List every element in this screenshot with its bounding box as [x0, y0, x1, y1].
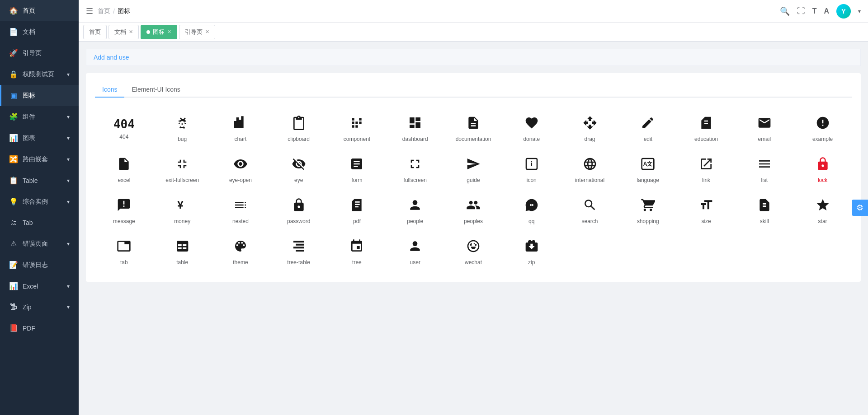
sidebar-item-excel[interactable]: 📊 Excel ▾: [0, 275, 79, 297]
icon-item-nested[interactable]: nested: [212, 191, 270, 232]
icon-label-international: international: [575, 177, 604, 183]
icon-item-star[interactable]: star: [793, 191, 852, 232]
sidebar-item-tab[interactable]: 🗂 Tab: [0, 212, 79, 233]
sidebar-label-table: Table: [23, 177, 38, 184]
sidebar-item-icons[interactable]: ▣ 图标: [0, 85, 79, 106]
tab-guide-close[interactable]: ✕: [205, 29, 209, 35]
tab-icons-close[interactable]: ✕: [167, 29, 171, 35]
sidebar-item-components[interactable]: 🧩 组件 ▾: [0, 106, 79, 127]
sidebar-label-home: 首页: [23, 7, 35, 15]
icon-item-icon[interactable]: i icon: [502, 149, 561, 191]
icon-item-people[interactable]: people: [386, 191, 444, 232]
icon-item-message[interactable]: message: [95, 191, 153, 232]
sidebar-item-permission[interactable]: 🔒 权限测试页 ▾: [0, 64, 79, 85]
icon-item-edit[interactable]: edit: [619, 108, 677, 149]
search-header-icon[interactable]: 🔍: [780, 6, 790, 16]
icon-item-exit-fullscreen[interactable]: exit-fullscreen: [153, 149, 212, 191]
sidebar-item-pdf[interactable]: 📕 PDF: [0, 317, 79, 339]
icon-item-tab[interactable]: tab: [95, 232, 153, 273]
icon-item-wechat[interactable]: wechat: [444, 232, 503, 273]
icon-item-peoples[interactable]: peoples: [444, 191, 503, 232]
icon-label-peoples: peoples: [464, 218, 483, 224]
add-use-banner[interactable]: Add and use: [86, 49, 861, 66]
icon-item-password[interactable]: password: [269, 191, 328, 232]
chevron-down-icon: ▾: [67, 71, 70, 78]
icon-item-user[interactable]: user: [386, 232, 444, 273]
icon-item-drag[interactable]: drag: [561, 108, 619, 149]
hamburger-button[interactable]: ☰: [86, 6, 93, 16]
tab-docs-close[interactable]: ✕: [129, 29, 133, 35]
icon-item-list[interactable]: list: [735, 149, 793, 191]
sidebar-label-errorpage: 错误页面: [23, 240, 48, 248]
icon-item-example[interactable]: example: [793, 108, 852, 149]
icon-item-eye[interactable]: eye: [269, 149, 328, 191]
icon-item-404[interactable]: 404 404: [95, 108, 153, 149]
breadcrumb-home[interactable]: 首页: [98, 7, 110, 15]
icon-item-search[interactable]: search: [561, 191, 619, 232]
fullscreen-icon[interactable]: ⛶: [797, 6, 805, 16]
table-nav-icon: 📋: [9, 176, 18, 185]
icon-item-eye-open[interactable]: eye-open: [212, 149, 270, 191]
icon-label-list: list: [761, 177, 768, 183]
errorpage-icon: ⚠: [9, 239, 18, 248]
icon-item-component[interactable]: component: [328, 108, 386, 149]
tab-home[interactable]: 首页: [83, 25, 107, 39]
icon-item-form[interactable]: form: [328, 149, 386, 191]
icon-item-international[interactable]: international: [561, 149, 619, 191]
password-icon: [292, 198, 306, 214]
inner-tabs: Icons Element-UI Icons: [95, 82, 852, 98]
tree-table-icon: [292, 239, 306, 256]
tab-icons[interactable]: 图标 ✕: [141, 25, 177, 39]
chevron-down-icon2: ▾: [67, 114, 70, 120]
icon-item-clipboard[interactable]: clipboard: [269, 108, 328, 149]
icon-item-fullscreen[interactable]: fullscreen: [386, 149, 444, 191]
settings-button[interactable]: ⚙: [852, 200, 868, 216]
tab-guide[interactable]: 引导页 ✕: [179, 25, 215, 39]
icon-item-excel[interactable]: excel: [95, 149, 153, 191]
icon-item-link[interactable]: link: [677, 149, 736, 191]
icon-item-money[interactable]: ¥ money: [153, 191, 212, 232]
icon-item-pdf[interactable]: PDF pdf: [328, 191, 386, 232]
icon-item-bug[interactable]: bug: [153, 108, 212, 149]
icon-item-education[interactable]: education: [677, 108, 736, 149]
icon-item-size[interactable]: size: [677, 191, 736, 232]
sidebar-item-charts[interactable]: 📊 图表 ▾: [0, 127, 79, 149]
icon-item-lock[interactable]: lock: [793, 149, 852, 191]
icon-item-tree[interactable]: tree: [328, 232, 386, 273]
icon-item-chart[interactable]: chart: [212, 108, 270, 149]
drag-icon: [583, 116, 597, 132]
sidebar-item-home[interactable]: 🏠 首页: [0, 0, 79, 21]
sidebar-item-errorpage[interactable]: ⚠ 错误页面 ▾: [0, 233, 79, 254]
icon-item-theme[interactable]: theme: [212, 232, 270, 273]
icon-item-language[interactable]: A文 language: [619, 149, 677, 191]
tab-docs-label: 文档: [114, 28, 126, 36]
icon-item-donate[interactable]: donate: [502, 108, 561, 149]
icon-item-qq[interactable]: qq: [502, 191, 561, 232]
icon-item-table[interactable]: table: [153, 232, 212, 273]
inner-tab-element-ui[interactable]: Element-UI Icons: [124, 82, 187, 98]
sidebar-item-guide[interactable]: 🚀 引导页: [0, 42, 79, 64]
icon-item-zip[interactable]: zip: [502, 232, 561, 273]
icon-item-shopping[interactable]: shopping: [619, 191, 677, 232]
icon-item-dashboard[interactable]: dashboard: [386, 108, 444, 149]
sidebar-item-table[interactable]: 📋 Table ▾: [0, 170, 79, 191]
skill-icon: [757, 198, 772, 214]
sidebar-item-errorlog[interactable]: 📝 错误日志: [0, 254, 79, 275]
icon-item-guide[interactable]: guide: [444, 149, 503, 191]
dropdown-icon[interactable]: ▾: [858, 8, 861, 14]
sidebar-item-zip[interactable]: 🗜 Zip ▾: [0, 297, 79, 317]
sidebar-item-docs[interactable]: 📄 文档: [0, 21, 79, 42]
tab-docs[interactable]: 文档 ✕: [108, 25, 139, 39]
inner-tab-icons[interactable]: Icons: [95, 82, 124, 98]
avatar[interactable]: Y: [836, 4, 851, 19]
icon-item-skill[interactable]: skill: [735, 191, 793, 232]
search-svg-icon: [583, 198, 597, 214]
sidebar-item-router[interactable]: 🔀 路由嵌套 ▾: [0, 149, 79, 170]
icon-item-tree-table[interactable]: tree-table: [269, 232, 328, 273]
text-size-icon[interactable]: T: [812, 7, 817, 15]
icon-item-email[interactable]: email: [735, 108, 793, 149]
language-icon[interactable]: A: [824, 7, 829, 15]
sidebar-item-examples[interactable]: 💡 综合实例 ▾: [0, 191, 79, 212]
icon-item-documentation[interactable]: documentation: [444, 108, 503, 149]
tabs-bar: 首页 文档 ✕ 图标 ✕ 引导页 ✕: [79, 23, 868, 42]
